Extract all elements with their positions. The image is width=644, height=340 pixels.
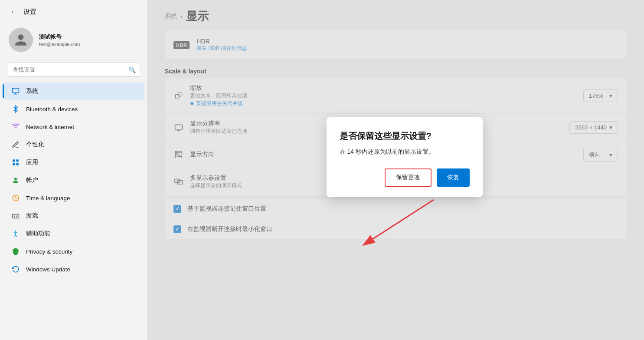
svg-point-5: [14, 178, 17, 180]
user-icon: [14, 33, 28, 47]
svg-rect-2: [16, 159, 19, 162]
bluetooth-icon: [11, 105, 20, 113]
sidebar-nav: 系统 Bluetooth & devices Network & interne…: [0, 82, 147, 278]
sidebar-item-personalization[interactable]: 个性化: [3, 136, 144, 153]
restore-button[interactable]: 恢复: [437, 168, 470, 187]
sidebar-item-system-label: 系统: [26, 87, 38, 95]
sidebar-item-accounts-label: 帐户: [26, 176, 38, 184]
keep-changes-button[interactable]: 保留更改: [385, 168, 432, 187]
sidebar-item-apps[interactable]: 应用: [3, 154, 144, 171]
apps-icon: [11, 158, 20, 167]
user-section: 测试帐号 test@example.com: [0, 23, 147, 59]
arrow-annotation: [356, 195, 451, 256]
gaming-icon: [11, 211, 20, 220]
accessibility-icon: [11, 229, 20, 238]
search-box: 🔍: [7, 63, 140, 77]
search-icon[interactable]: 🔍: [128, 66, 136, 73]
sidebar-item-time-label: Time & language: [26, 195, 70, 201]
sidebar-item-accounts[interactable]: 帐户: [3, 172, 144, 189]
dialog: 是否保留这些显示设置? 在 14 秒内还原为以前的显示设置。 保留更改 恢复: [327, 117, 483, 197]
network-icon: [11, 122, 20, 131]
dialog-title: 是否保留这些显示设置?: [340, 130, 470, 142]
svg-rect-4: [16, 163, 19, 165]
app-title: 设置: [23, 8, 36, 16]
sidebar-item-privacy[interactable]: Privacy & security: [3, 243, 144, 260]
sidebar: ← 设置 测试帐号 test@example.com 🔍 系统: [0, 0, 147, 340]
user-name: 测试帐号: [39, 33, 80, 41]
svg-point-8: [15, 231, 16, 232]
sidebar-item-privacy-label: Privacy & security: [26, 248, 72, 255]
sidebar-header: ← 设置: [0, 0, 147, 23]
svg-line-18: [373, 200, 434, 239]
avatar: [9, 28, 33, 52]
svg-rect-0: [13, 88, 19, 93]
back-button[interactable]: ←: [9, 6, 19, 17]
sidebar-item-gaming[interactable]: 游戏: [3, 207, 144, 224]
sidebar-item-accessibility[interactable]: 辅助功能: [3, 225, 144, 242]
sidebar-item-network-label: Network & internet: [26, 124, 74, 130]
sidebar-item-update[interactable]: Windows Update: [3, 261, 144, 278]
time-icon: [11, 194, 20, 202]
svg-rect-7: [13, 214, 19, 218]
search-input[interactable]: [7, 63, 140, 77]
sidebar-item-update-label: Windows Update: [26, 266, 70, 273]
accounts-icon: [11, 176, 20, 185]
dialog-overlay: 是否保留这些显示设置? 在 14 秒内还原为以前的显示设置。 保留更改 恢复: [147, 0, 644, 340]
sidebar-item-apps-label: 应用: [26, 158, 38, 166]
system-icon: [11, 87, 20, 96]
dialog-message: 在 14 秒内还原为以前的显示设置。: [340, 147, 470, 156]
sidebar-item-bluetooth[interactable]: Bluetooth & devices: [3, 100, 144, 118]
personalization-icon: [11, 140, 20, 149]
svg-rect-3: [13, 163, 15, 165]
user-info: 测试帐号 test@example.com: [39, 33, 80, 47]
sidebar-item-time[interactable]: Time & language: [3, 189, 144, 207]
privacy-icon: [11, 247, 20, 256]
dialog-buttons: 保留更改 恢复: [340, 168, 470, 187]
sidebar-item-bluetooth-label: Bluetooth & devices: [26, 106, 78, 112]
sidebar-item-personalization-label: 个性化: [26, 141, 44, 149]
main-content: 系统 › 显示 HDR HDR 有关 HDR 的详细信息 Scale & lay…: [147, 0, 644, 340]
sidebar-item-gaming-label: 游戏: [26, 212, 38, 220]
svg-rect-1: [13, 159, 15, 162]
sidebar-item-accessibility-label: 辅助功能: [26, 230, 50, 238]
sidebar-item-system[interactable]: 系统: [3, 83, 144, 100]
sidebar-item-network[interactable]: Network & internet: [3, 118, 144, 135]
update-icon: [11, 265, 20, 274]
user-email: test@example.com: [39, 42, 80, 47]
